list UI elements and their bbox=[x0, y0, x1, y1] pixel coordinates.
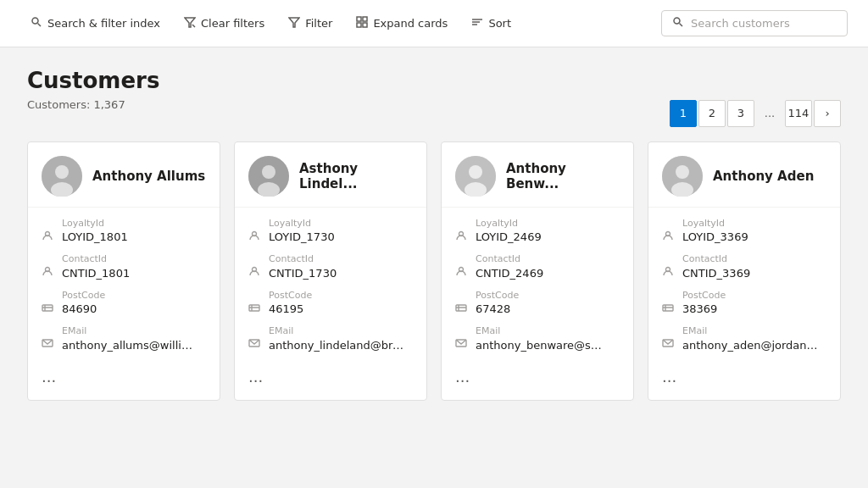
search-input[interactable] bbox=[691, 17, 826, 30]
avatar bbox=[662, 156, 703, 197]
card-body: LoyaltyId LOYID_3369 ContactId CNTID_336… bbox=[648, 208, 840, 369]
toolbar: Search & filter index Clear filters Filt… bbox=[0, 0, 868, 47]
svg-line-13 bbox=[680, 24, 683, 27]
content-header: Customers: 1,367 1 2 3 ... 114 › bbox=[27, 98, 841, 128]
last-page-button[interactable]: 114 bbox=[785, 100, 812, 127]
customer-count: Customers: 1,367 bbox=[27, 98, 125, 111]
email-label: EMail bbox=[682, 325, 826, 337]
sort-button[interactable]: Sort bbox=[461, 11, 521, 36]
email-value: anthony_lindeland@brownayer... bbox=[269, 338, 404, 353]
email-field-content: EMail anthony_aden@jordanscottand... bbox=[682, 325, 826, 352]
customer-name: Anthony Allums bbox=[92, 169, 205, 184]
loyalty-field-content: LoyaltyId LOYID_3369 bbox=[682, 218, 826, 245]
card-header: Anthony Aden bbox=[648, 142, 840, 208]
contact-value: CNTID_3369 bbox=[682, 266, 818, 281]
customer-card[interactable]: Anthony Aden LoyaltyId LOYID_3369 bbox=[648, 141, 841, 401]
page-1-button[interactable]: 1 bbox=[670, 100, 697, 127]
postcode-value: 67428 bbox=[476, 302, 611, 317]
svg-rect-8 bbox=[363, 23, 367, 27]
contact-field-row: ContactId CNTID_1801 bbox=[42, 253, 206, 280]
page-2-button[interactable]: 2 bbox=[698, 100, 726, 127]
avatar bbox=[248, 156, 289, 197]
svg-marker-4 bbox=[289, 18, 299, 27]
email-field-content: EMail anthony_allums@willisbelland... bbox=[62, 325, 206, 352]
loyalty-icon bbox=[248, 230, 262, 244]
avatar bbox=[455, 156, 496, 197]
email-icon bbox=[248, 337, 262, 352]
card-more-button[interactable]: ··· bbox=[648, 369, 840, 400]
contact-field-row: ContactId CNTID_2469 bbox=[455, 253, 620, 280]
loyalty-icon bbox=[42, 230, 55, 244]
search-box[interactable] bbox=[661, 10, 848, 36]
contact-field-content: ContactId CNTID_1730 bbox=[269, 253, 413, 280]
card-body: LoyaltyId LOYID_2469 ContactId CNTID_246… bbox=[442, 208, 633, 369]
email-label: EMail bbox=[269, 325, 413, 337]
next-page-button[interactable]: › bbox=[814, 100, 841, 127]
avatar bbox=[42, 156, 82, 197]
postcode-icon bbox=[42, 302, 55, 316]
pagination-ellipsis: ... bbox=[756, 100, 783, 127]
sort-label: Sort bbox=[488, 17, 511, 30]
email-icon bbox=[662, 337, 676, 352]
svg-point-12 bbox=[674, 18, 680, 24]
card-header: Anthony Allums bbox=[28, 142, 220, 208]
card-body: LoyaltyId LOYID_1730 ContactId CNTID_173… bbox=[235, 208, 426, 369]
pagination: 1 2 3 ... 114 › bbox=[670, 100, 841, 127]
svg-line-1 bbox=[38, 24, 42, 27]
loyalty-label: LoyaltyId bbox=[682, 218, 826, 230]
search-filter-index-button[interactable]: Search & filter index bbox=[20, 11, 170, 36]
postcode-label: PostCode bbox=[269, 290, 413, 302]
card-more-button[interactable]: ··· bbox=[442, 369, 633, 400]
svg-point-42 bbox=[676, 165, 689, 179]
customer-name: Asthony Lindel... bbox=[299, 161, 413, 191]
customer-card[interactable]: Anthony Allums LoyaltyId LOYID_1801 bbox=[27, 141, 220, 401]
svg-rect-6 bbox=[363, 17, 367, 21]
loyalty-field-row: LoyaltyId LOYID_2469 bbox=[455, 218, 620, 245]
contact-label: ContactId bbox=[62, 253, 206, 265]
loyalty-value: LOYID_2469 bbox=[476, 230, 611, 245]
svg-point-33 bbox=[469, 165, 482, 179]
loyalty-label: LoyaltyId bbox=[62, 218, 206, 230]
postcode-field-content: PostCode 46195 bbox=[269, 290, 413, 317]
contact-icon bbox=[248, 265, 262, 280]
customer-card[interactable]: Asthony Lindel... LoyaltyId LOYID_1730 bbox=[234, 141, 427, 401]
expand-cards-icon bbox=[356, 16, 368, 30]
contact-icon bbox=[455, 265, 469, 280]
page-3-button[interactable]: 3 bbox=[727, 100, 754, 127]
contact-field-content: ContactId CNTID_3369 bbox=[682, 253, 826, 280]
card-header: Asthony Lindel... bbox=[235, 142, 426, 208]
clear-filters-label: Clear filters bbox=[201, 17, 264, 30]
email-icon bbox=[455, 337, 469, 352]
postcode-label: PostCode bbox=[476, 290, 620, 302]
page-title: Customers bbox=[27, 68, 841, 93]
contact-label: ContactId bbox=[269, 253, 413, 265]
clear-filters-button[interactable]: Clear filters bbox=[174, 11, 275, 36]
expand-cards-button[interactable]: Expand cards bbox=[346, 11, 458, 36]
contact-field-content: ContactId CNTID_2469 bbox=[476, 253, 620, 280]
postcode-field-content: PostCode 38369 bbox=[682, 290, 826, 317]
card-more-button[interactable]: ··· bbox=[235, 369, 426, 400]
postcode-field-row: PostCode 84690 bbox=[42, 290, 206, 317]
card-more-button[interactable]: ··· bbox=[28, 369, 220, 400]
clear-filter-icon bbox=[184, 16, 196, 30]
email-field-row: EMail anthony_lindeland@brownayer... bbox=[248, 325, 413, 352]
svg-rect-7 bbox=[357, 23, 361, 27]
filter-button[interactable]: Filter bbox=[278, 11, 342, 36]
loyalty-field-row: LoyaltyId LOYID_3369 bbox=[662, 218, 826, 245]
customer-name: Anthony Aden bbox=[713, 169, 814, 184]
contact-value: CNTID_1730 bbox=[269, 266, 404, 281]
customer-card[interactable]: Anthony Benw... LoyaltyId LOYID_2469 bbox=[441, 141, 634, 401]
filter-icon bbox=[288, 16, 300, 30]
loyalty-field-content: LoyaltyId LOYID_2469 bbox=[476, 218, 620, 245]
postcode-icon bbox=[662, 302, 676, 316]
sort-icon bbox=[471, 16, 483, 30]
contact-field-row: ContactId CNTID_1730 bbox=[248, 253, 413, 280]
email-value: anthony_allums@willisbelland... bbox=[62, 338, 198, 353]
email-value: anthony_aden@jordanscottand... bbox=[682, 338, 818, 353]
email-field-content: EMail anthony_benware@smithgrou... bbox=[476, 325, 620, 352]
loyalty-field-content: LoyaltyId LOYID_1730 bbox=[269, 218, 413, 245]
loyalty-value: LOYID_1801 bbox=[62, 230, 198, 245]
email-field-row: EMail anthony_aden@jordanscottand... bbox=[662, 325, 826, 352]
contact-icon bbox=[42, 265, 55, 280]
contact-label: ContactId bbox=[476, 253, 620, 265]
